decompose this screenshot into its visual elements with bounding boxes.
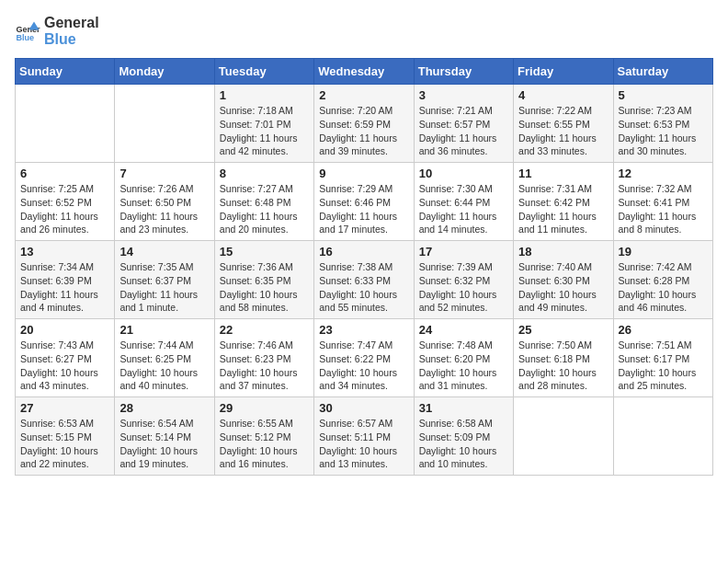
calendar-table: SundayMondayTuesdayWednesdayThursdayFrid… bbox=[15, 58, 713, 476]
logo-icon: General Blue bbox=[15, 18, 40, 44]
page-header: General Blue General Blue bbox=[15, 15, 713, 47]
day-number: 29 bbox=[220, 401, 309, 415]
calendar-cell: 8Sunrise: 7:27 AMSunset: 6:48 PMDaylight… bbox=[214, 163, 313, 241]
day-info: Sunrise: 7:46 AMSunset: 6:23 PMDaylight:… bbox=[220, 339, 309, 393]
day-info: Sunrise: 7:38 AMSunset: 6:33 PMDaylight:… bbox=[319, 260, 408, 315]
day-info: Sunrise: 7:51 AMSunset: 6:17 PMDaylight:… bbox=[619, 339, 708, 393]
day-header-wednesday: Wednesday bbox=[314, 59, 414, 85]
day-info: Sunrise: 6:58 AMSunset: 5:09 PMDaylight:… bbox=[419, 417, 508, 471]
calendar-cell bbox=[16, 85, 115, 163]
calendar-cell: 3Sunrise: 7:21 AMSunset: 6:57 PMDaylight… bbox=[414, 85, 513, 163]
day-info: Sunrise: 7:20 AMSunset: 6:59 PMDaylight:… bbox=[319, 104, 408, 158]
day-number: 17 bbox=[419, 245, 508, 259]
calendar-cell: 14Sunrise: 7:35 AMSunset: 6:37 PMDayligh… bbox=[115, 241, 214, 319]
calendar-cell: 13Sunrise: 7:34 AMSunset: 6:39 PMDayligh… bbox=[16, 241, 115, 319]
day-number: 14 bbox=[119, 245, 209, 259]
day-info: Sunrise: 7:26 AMSunset: 6:50 PMDaylight:… bbox=[119, 182, 209, 236]
calendar-cell: 4Sunrise: 7:22 AMSunset: 6:55 PMDaylight… bbox=[514, 85, 613, 163]
day-number: 10 bbox=[419, 167, 508, 180]
calendar-cell bbox=[514, 397, 613, 476]
calendar-cell: 1Sunrise: 7:18 AMSunset: 7:01 PMDaylight… bbox=[214, 85, 313, 163]
calendar-cell: 15Sunrise: 7:36 AMSunset: 6:35 PMDayligh… bbox=[214, 241, 313, 319]
day-info: Sunrise: 7:30 AMSunset: 6:44 PMDaylight:… bbox=[419, 182, 508, 236]
calendar-cell: 19Sunrise: 7:42 AMSunset: 6:28 PMDayligh… bbox=[613, 241, 712, 319]
day-info: Sunrise: 6:54 AMSunset: 5:14 PMDaylight:… bbox=[119, 417, 209, 471]
day-number: 3 bbox=[419, 88, 508, 102]
day-number: 26 bbox=[619, 323, 708, 337]
day-info: Sunrise: 7:39 AMSunset: 6:32 PMDaylight:… bbox=[419, 260, 508, 315]
day-number: 11 bbox=[518, 167, 608, 180]
day-info: Sunrise: 7:35 AMSunset: 6:37 PMDaylight:… bbox=[119, 260, 209, 315]
calendar-header: SundayMondayTuesdayWednesdayThursdayFrid… bbox=[16, 59, 713, 85]
day-info: Sunrise: 6:55 AMSunset: 5:12 PMDaylight:… bbox=[220, 417, 309, 471]
day-number: 31 bbox=[419, 401, 508, 415]
day-number: 5 bbox=[619, 88, 708, 102]
day-number: 28 bbox=[119, 401, 209, 415]
header-row: SundayMondayTuesdayWednesdayThursdayFrid… bbox=[16, 59, 713, 85]
day-number: 9 bbox=[319, 167, 408, 180]
week-row-5: 27Sunrise: 6:53 AMSunset: 5:15 PMDayligh… bbox=[16, 397, 713, 476]
day-info: Sunrise: 7:32 AMSunset: 6:41 PMDaylight:… bbox=[619, 182, 708, 236]
day-header-monday: Monday bbox=[115, 59, 214, 85]
calendar-cell: 25Sunrise: 7:50 AMSunset: 6:18 PMDayligh… bbox=[514, 319, 613, 397]
calendar-cell: 31Sunrise: 6:58 AMSunset: 5:09 PMDayligh… bbox=[414, 397, 513, 476]
logo-general-text: General bbox=[44, 15, 99, 31]
day-number: 18 bbox=[518, 245, 608, 259]
calendar-cell: 11Sunrise: 7:31 AMSunset: 6:42 PMDayligh… bbox=[514, 163, 613, 241]
svg-text:Blue: Blue bbox=[16, 32, 34, 41]
day-info: Sunrise: 7:48 AMSunset: 6:20 PMDaylight:… bbox=[419, 339, 508, 393]
day-info: Sunrise: 7:47 AMSunset: 6:22 PMDaylight:… bbox=[319, 339, 408, 393]
day-info: Sunrise: 7:18 AMSunset: 7:01 PMDaylight:… bbox=[220, 104, 309, 158]
day-number: 19 bbox=[619, 245, 708, 259]
day-number: 15 bbox=[220, 245, 309, 259]
day-number: 4 bbox=[518, 88, 608, 102]
calendar-cell: 21Sunrise: 7:44 AMSunset: 6:25 PMDayligh… bbox=[115, 319, 214, 397]
day-number: 24 bbox=[419, 323, 508, 337]
day-info: Sunrise: 7:23 AMSunset: 6:53 PMDaylight:… bbox=[619, 104, 708, 158]
calendar-cell bbox=[115, 85, 214, 163]
calendar-cell: 30Sunrise: 6:57 AMSunset: 5:11 PMDayligh… bbox=[314, 397, 414, 476]
day-header-sunday: Sunday bbox=[16, 59, 115, 85]
day-number: 2 bbox=[319, 88, 408, 102]
calendar-cell: 12Sunrise: 7:32 AMSunset: 6:41 PMDayligh… bbox=[613, 163, 712, 241]
week-row-3: 13Sunrise: 7:34 AMSunset: 6:39 PMDayligh… bbox=[16, 241, 713, 319]
calendar-cell: 9Sunrise: 7:29 AMSunset: 6:46 PMDaylight… bbox=[314, 163, 414, 241]
day-header-saturday: Saturday bbox=[613, 59, 712, 85]
day-info: Sunrise: 7:43 AMSunset: 6:27 PMDaylight:… bbox=[20, 339, 109, 393]
calendar-cell: 16Sunrise: 7:38 AMSunset: 6:33 PMDayligh… bbox=[314, 241, 414, 319]
day-info: Sunrise: 7:44 AMSunset: 6:25 PMDaylight:… bbox=[119, 339, 209, 393]
calendar-cell: 24Sunrise: 7:48 AMSunset: 6:20 PMDayligh… bbox=[414, 319, 513, 397]
week-row-4: 20Sunrise: 7:43 AMSunset: 6:27 PMDayligh… bbox=[16, 319, 713, 397]
logo-blue-text: Blue bbox=[44, 31, 99, 48]
day-number: 20 bbox=[20, 323, 109, 337]
day-info: Sunrise: 7:21 AMSunset: 6:57 PMDaylight:… bbox=[419, 104, 508, 158]
day-info: Sunrise: 7:42 AMSunset: 6:28 PMDaylight:… bbox=[619, 260, 708, 315]
calendar-cell: 6Sunrise: 7:25 AMSunset: 6:52 PMDaylight… bbox=[16, 163, 115, 241]
day-info: Sunrise: 7:27 AMSunset: 6:48 PMDaylight:… bbox=[220, 182, 309, 236]
calendar-cell: 18Sunrise: 7:40 AMSunset: 6:30 PMDayligh… bbox=[514, 241, 613, 319]
calendar-cell: 22Sunrise: 7:46 AMSunset: 6:23 PMDayligh… bbox=[214, 319, 313, 397]
day-info: Sunrise: 7:40 AMSunset: 6:30 PMDaylight:… bbox=[518, 260, 608, 315]
day-info: Sunrise: 7:25 AMSunset: 6:52 PMDaylight:… bbox=[20, 182, 109, 236]
day-number: 22 bbox=[220, 323, 309, 337]
day-header-tuesday: Tuesday bbox=[214, 59, 313, 85]
day-info: Sunrise: 7:22 AMSunset: 6:55 PMDaylight:… bbox=[518, 104, 608, 158]
day-info: Sunrise: 6:57 AMSunset: 5:11 PMDaylight:… bbox=[319, 417, 408, 471]
calendar-cell: 29Sunrise: 6:55 AMSunset: 5:12 PMDayligh… bbox=[214, 397, 313, 476]
calendar-cell: 17Sunrise: 7:39 AMSunset: 6:32 PMDayligh… bbox=[414, 241, 513, 319]
logo: General Blue General Blue bbox=[15, 15, 99, 47]
day-number: 16 bbox=[319, 245, 408, 259]
day-info: Sunrise: 7:29 AMSunset: 6:46 PMDaylight:… bbox=[319, 182, 408, 236]
day-number: 21 bbox=[119, 323, 209, 337]
calendar-cell: 7Sunrise: 7:26 AMSunset: 6:50 PMDaylight… bbox=[115, 163, 214, 241]
calendar-cell: 10Sunrise: 7:30 AMSunset: 6:44 PMDayligh… bbox=[414, 163, 513, 241]
calendar-cell: 5Sunrise: 7:23 AMSunset: 6:53 PMDaylight… bbox=[613, 85, 712, 163]
day-number: 8 bbox=[220, 167, 309, 180]
day-number: 23 bbox=[319, 323, 408, 337]
calendar-body: 1Sunrise: 7:18 AMSunset: 7:01 PMDaylight… bbox=[16, 85, 713, 476]
calendar-cell: 20Sunrise: 7:43 AMSunset: 6:27 PMDayligh… bbox=[16, 319, 115, 397]
day-info: Sunrise: 7:36 AMSunset: 6:35 PMDaylight:… bbox=[220, 260, 309, 315]
day-info: Sunrise: 7:31 AMSunset: 6:42 PMDaylight:… bbox=[518, 182, 608, 236]
week-row-1: 1Sunrise: 7:18 AMSunset: 7:01 PMDaylight… bbox=[16, 85, 713, 163]
calendar-cell: 2Sunrise: 7:20 AMSunset: 6:59 PMDaylight… bbox=[314, 85, 414, 163]
